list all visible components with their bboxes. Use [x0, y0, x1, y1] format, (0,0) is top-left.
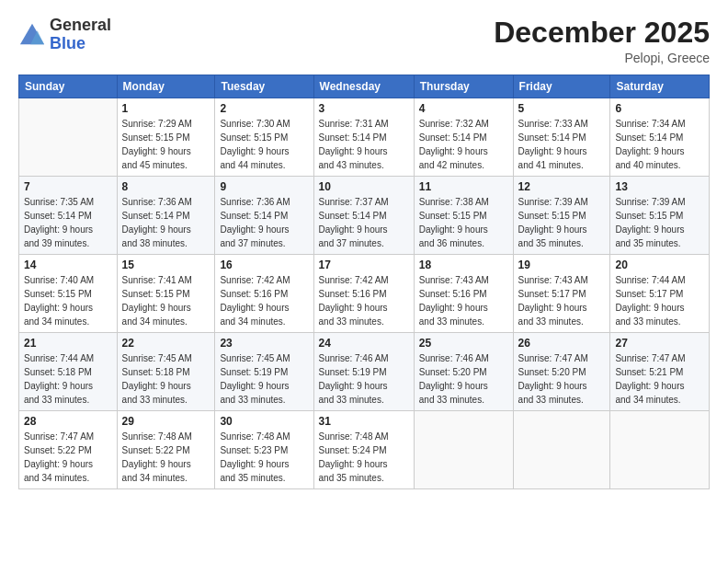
table-row: 8Sunrise: 7:36 AMSunset: 5:14 PMDaylight…: [117, 177, 215, 255]
day-number: 1: [122, 102, 210, 115]
day-info: Sunrise: 7:43 AMSunset: 5:17 PMDaylight:…: [518, 273, 606, 328]
table-row: 3Sunrise: 7:31 AMSunset: 5:14 PMDaylight…: [313, 98, 414, 177]
day-info: Sunrise: 7:40 AMSunset: 5:15 PMDaylight:…: [24, 273, 112, 328]
day-info: Sunrise: 7:39 AMSunset: 5:15 PMDaylight:…: [518, 195, 606, 250]
day-number: 21: [24, 337, 112, 350]
table-row: 12Sunrise: 7:39 AMSunset: 5:15 PMDayligh…: [513, 177, 610, 255]
day-info: Sunrise: 7:37 AMSunset: 5:14 PMDaylight:…: [319, 195, 409, 250]
day-number: 19: [518, 259, 606, 271]
day-info: Sunrise: 7:36 AMSunset: 5:14 PMDaylight:…: [220, 195, 308, 250]
logo-text: General Blue: [50, 17, 111, 53]
table-row: 23Sunrise: 7:45 AMSunset: 5:19 PMDayligh…: [215, 333, 313, 411]
table-row: 5Sunrise: 7:33 AMSunset: 5:14 PMDaylight…: [513, 98, 610, 177]
day-number: 30: [220, 415, 308, 428]
day-info: Sunrise: 7:48 AMSunset: 5:22 PMDaylight:…: [122, 430, 210, 485]
day-info: Sunrise: 7:39 AMSunset: 5:15 PMDaylight:…: [615, 195, 704, 250]
title-block: December 2025 Pelopi, Greece: [494, 17, 710, 65]
table-row: [610, 411, 710, 489]
calendar-week-row: 21Sunrise: 7:44 AMSunset: 5:18 PMDayligh…: [19, 333, 710, 411]
col-saturday: Saturday: [610, 75, 710, 98]
day-number: 8: [122, 180, 210, 193]
day-info: Sunrise: 7:42 AMSunset: 5:16 PMDaylight:…: [319, 273, 409, 328]
table-row: 18Sunrise: 7:43 AMSunset: 5:16 PMDayligh…: [414, 255, 513, 333]
calendar-week-row: 28Sunrise: 7:47 AMSunset: 5:22 PMDayligh…: [19, 411, 710, 489]
table-row: 31Sunrise: 7:48 AMSunset: 5:24 PMDayligh…: [313, 411, 414, 489]
logo-general: General: [50, 16, 111, 34]
day-info: Sunrise: 7:29 AMSunset: 5:15 PMDaylight:…: [122, 117, 210, 172]
table-row: 27Sunrise: 7:47 AMSunset: 5:21 PMDayligh…: [610, 333, 710, 411]
calendar-week-row: 1Sunrise: 7:29 AMSunset: 5:15 PMDaylight…: [19, 98, 710, 177]
col-monday: Monday: [117, 75, 215, 98]
day-number: 5: [518, 102, 606, 115]
day-info: Sunrise: 7:35 AMSunset: 5:14 PMDaylight:…: [24, 195, 112, 250]
table-row: [513, 411, 610, 489]
table-row: 7Sunrise: 7:35 AMSunset: 5:14 PMDaylight…: [19, 177, 118, 255]
day-info: Sunrise: 7:31 AMSunset: 5:14 PMDaylight:…: [319, 117, 409, 172]
col-thursday: Thursday: [414, 75, 513, 98]
day-info: Sunrise: 7:48 AMSunset: 5:23 PMDaylight:…: [220, 430, 308, 485]
col-sunday: Sunday: [19, 75, 118, 98]
table-row: 22Sunrise: 7:45 AMSunset: 5:18 PMDayligh…: [117, 333, 215, 411]
table-row: 19Sunrise: 7:43 AMSunset: 5:17 PMDayligh…: [513, 255, 610, 333]
day-info: Sunrise: 7:38 AMSunset: 5:15 PMDaylight:…: [419, 195, 508, 250]
day-number: 13: [615, 180, 704, 193]
col-friday: Friday: [513, 75, 610, 98]
day-number: 11: [419, 180, 508, 193]
calendar-week-row: 14Sunrise: 7:40 AMSunset: 5:15 PMDayligh…: [19, 255, 710, 333]
table-row: 14Sunrise: 7:40 AMSunset: 5:15 PMDayligh…: [19, 255, 118, 333]
day-info: Sunrise: 7:46 AMSunset: 5:20 PMDaylight:…: [419, 351, 508, 407]
day-number: 6: [615, 102, 704, 115]
table-row: 13Sunrise: 7:39 AMSunset: 5:15 PMDayligh…: [610, 177, 710, 255]
day-info: Sunrise: 7:41 AMSunset: 5:15 PMDaylight:…: [122, 273, 210, 328]
table-row: 2Sunrise: 7:30 AMSunset: 5:15 PMDaylight…: [215, 98, 313, 177]
calendar-header-row: Sunday Monday Tuesday Wednesday Thursday…: [19, 75, 710, 98]
table-row: 15Sunrise: 7:41 AMSunset: 5:15 PMDayligh…: [117, 255, 215, 333]
calendar-location: Pelopi, Greece: [494, 51, 710, 65]
day-number: 14: [24, 259, 112, 271]
day-number: 12: [518, 180, 606, 193]
logo-blue: Blue: [50, 34, 85, 52]
day-info: Sunrise: 7:47 AMSunset: 5:22 PMDaylight:…: [24, 430, 112, 485]
day-number: 31: [319, 415, 409, 428]
table-row: 29Sunrise: 7:48 AMSunset: 5:22 PMDayligh…: [117, 411, 215, 489]
table-row: 30Sunrise: 7:48 AMSunset: 5:23 PMDayligh…: [215, 411, 313, 489]
day-info: Sunrise: 7:46 AMSunset: 5:19 PMDaylight:…: [319, 351, 409, 407]
day-number: 10: [319, 180, 409, 193]
day-number: 29: [122, 415, 210, 428]
day-number: 9: [220, 180, 308, 193]
day-number: 28: [24, 415, 112, 428]
table-row: 9Sunrise: 7:36 AMSunset: 5:14 PMDaylight…: [215, 177, 313, 255]
table-row: 21Sunrise: 7:44 AMSunset: 5:18 PMDayligh…: [19, 333, 118, 411]
day-info: Sunrise: 7:42 AMSunset: 5:16 PMDaylight:…: [220, 273, 308, 328]
day-info: Sunrise: 7:47 AMSunset: 5:21 PMDaylight:…: [615, 351, 704, 407]
day-info: Sunrise: 7:47 AMSunset: 5:20 PMDaylight:…: [518, 351, 606, 407]
header: General Blue December 2025 Pelopi, Greec…: [18, 17, 710, 65]
table-row: 4Sunrise: 7:32 AMSunset: 5:14 PMDaylight…: [414, 98, 513, 177]
day-info: Sunrise: 7:36 AMSunset: 5:14 PMDaylight:…: [122, 195, 210, 250]
table-row: 16Sunrise: 7:42 AMSunset: 5:16 PMDayligh…: [215, 255, 313, 333]
day-number: 20: [615, 259, 704, 271]
day-info: Sunrise: 7:48 AMSunset: 5:24 PMDaylight:…: [319, 430, 409, 485]
day-number: 25: [419, 337, 508, 350]
calendar-week-row: 7Sunrise: 7:35 AMSunset: 5:14 PMDaylight…: [19, 177, 710, 255]
table-row: 25Sunrise: 7:46 AMSunset: 5:20 PMDayligh…: [414, 333, 513, 411]
table-row: 1Sunrise: 7:29 AMSunset: 5:15 PMDaylight…: [117, 98, 215, 177]
day-info: Sunrise: 7:44 AMSunset: 5:17 PMDaylight:…: [615, 273, 704, 328]
day-info: Sunrise: 7:43 AMSunset: 5:16 PMDaylight:…: [419, 273, 508, 328]
day-info: Sunrise: 7:45 AMSunset: 5:19 PMDaylight:…: [220, 351, 308, 407]
table-row: 24Sunrise: 7:46 AMSunset: 5:19 PMDayligh…: [313, 333, 414, 411]
day-number: 3: [319, 102, 409, 115]
day-number: 15: [122, 259, 210, 271]
page: General Blue December 2025 Pelopi, Greec…: [0, 0, 728, 563]
day-number: 16: [220, 259, 308, 271]
day-info: Sunrise: 7:44 AMSunset: 5:18 PMDaylight:…: [24, 351, 112, 407]
day-info: Sunrise: 7:34 AMSunset: 5:14 PMDaylight:…: [615, 117, 704, 172]
day-number: 22: [122, 337, 210, 350]
table-row: 17Sunrise: 7:42 AMSunset: 5:16 PMDayligh…: [313, 255, 414, 333]
calendar-table: Sunday Monday Tuesday Wednesday Thursday…: [18, 75, 710, 489]
day-number: 2: [220, 102, 308, 115]
day-number: 7: [24, 180, 112, 193]
day-info: Sunrise: 7:30 AMSunset: 5:15 PMDaylight:…: [220, 117, 308, 172]
calendar-title: December 2025: [494, 17, 710, 49]
logo-icon: [18, 22, 46, 48]
